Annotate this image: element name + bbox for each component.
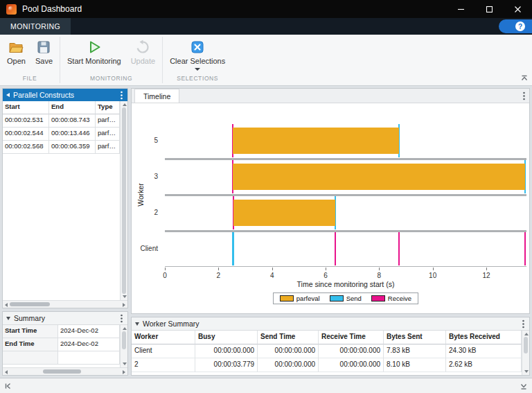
save-button-label: Save xyxy=(35,57,53,65)
close-button[interactable] xyxy=(504,0,532,18)
parallel-constructs-panel: Parallel Constructs Start End Type 00:00… xyxy=(2,88,128,308)
minimize-button[interactable] xyxy=(447,0,475,18)
panel-menu-button[interactable] xyxy=(119,91,124,100)
x-axis: 024681012 xyxy=(165,268,526,281)
start-monitoring-button[interactable]: Start Monitoring xyxy=(67,40,121,65)
table-cell[interactable]: 00:00:00.000 xyxy=(195,344,258,358)
parfeval-bar[interactable] xyxy=(233,128,399,154)
scroll-right-arrow[interactable] xyxy=(123,303,125,307)
vertical-scrollbar[interactable] xyxy=(120,325,127,367)
column-header-busy: Busy xyxy=(195,331,258,344)
table-cell[interactable]: 00:00:03.779 xyxy=(195,358,258,372)
x-tick-mark xyxy=(486,268,487,270)
help-button[interactable]: ? xyxy=(499,19,532,33)
chevron-down-bar-icon xyxy=(520,382,528,390)
tab-monitoring-label: MONITORING xyxy=(10,22,60,30)
vertical-scrollbar[interactable] xyxy=(522,331,529,375)
scroll-up-arrow[interactable] xyxy=(524,333,529,335)
legend-box: parfevalSendReceive xyxy=(273,292,418,304)
table-cell[interactable]: 00:00:00.000 xyxy=(258,358,319,372)
x-tick-label: 2 xyxy=(210,272,227,279)
panel-menu-button[interactable] xyxy=(522,91,526,101)
open-button[interactable]: Open xyxy=(7,40,26,65)
constructs-table: Start End Type 00:00:02.531 00:00:08.743… xyxy=(3,101,120,154)
open-folder-icon xyxy=(8,40,24,55)
main-content: Parallel Constructs Start End Type 00:00… xyxy=(0,86,532,378)
timeline-tab-bar: Timeline xyxy=(132,89,529,103)
kebab-icon xyxy=(522,320,524,329)
scrollbar-thumb[interactable] xyxy=(122,107,126,294)
collapse-left-panel-icon[interactable] xyxy=(4,382,12,390)
collapse-ribbon-button[interactable] xyxy=(520,75,529,83)
clear-selections-button[interactable]: Clear Selections xyxy=(170,40,225,71)
scroll-up-arrow[interactable] xyxy=(123,327,127,330)
collapse-panel-icon[interactable] xyxy=(6,317,10,320)
table-cell[interactable]: 00:00:02.568 xyxy=(3,141,49,154)
legend-label: parfeval xyxy=(296,295,320,302)
table-cell[interactable]: 00:00:02.531 xyxy=(3,114,49,128)
horizontal-scrollbar[interactable] xyxy=(3,367,127,375)
table-cell[interactable]: 24.30 kB xyxy=(446,344,522,358)
legend-swatch xyxy=(371,295,385,302)
y-tick-label: 5 xyxy=(132,123,158,159)
toolbar: Open Save FILE Start Monitoring xyxy=(0,35,532,86)
table-cell[interactable]: parfeval xyxy=(96,141,120,154)
start-play-icon xyxy=(87,40,102,55)
summary-row-label: Start Time xyxy=(3,325,58,338)
parallel-constructs-title: Parallel Constructs xyxy=(13,91,74,99)
y-tick-labels: 532Client xyxy=(132,123,162,267)
parfeval-bar[interactable] xyxy=(233,164,525,190)
tab-timeline[interactable]: Timeline xyxy=(134,89,179,103)
column-header-worker: Worker xyxy=(132,331,195,344)
parallel-constructs-header: Parallel Constructs xyxy=(3,89,127,101)
table-cell[interactable]: 00:00:08.743 xyxy=(49,114,96,128)
table-cell[interactable]: parfeval xyxy=(96,114,120,128)
table-cell[interactable]: 7.83 kB xyxy=(384,344,446,358)
table-cell[interactable]: 8.10 kB xyxy=(384,358,446,372)
parfeval-bar[interactable] xyxy=(233,200,335,226)
scroll-up-arrow[interactable] xyxy=(123,103,127,106)
scroll-right-arrow[interactable] xyxy=(123,370,125,374)
scroll-down-arrow[interactable] xyxy=(123,295,127,298)
scrollbar-thumb[interactable] xyxy=(122,331,126,349)
scrollbar-thumb[interactable] xyxy=(524,337,528,353)
table-cell[interactable]: 00:00:02.544 xyxy=(3,128,49,141)
table-cell[interactable]: 00:00:13.446 xyxy=(49,128,96,141)
collapse-panel-icon[interactable] xyxy=(135,322,139,326)
legend-item: parfeval xyxy=(280,295,320,302)
maximize-button[interactable] xyxy=(475,0,504,18)
column-header-send-time: Send Time xyxy=(258,331,319,344)
table-cell[interactable]: 00:00:00.000 xyxy=(319,344,384,358)
scroll-down-arrow[interactable] xyxy=(123,363,127,365)
collapse-panel-icon[interactable] xyxy=(6,93,10,97)
scroll-left-arrow[interactable] xyxy=(5,370,8,374)
table-cell[interactable]: 00:00:00.000 xyxy=(258,344,319,358)
x-tick-mark xyxy=(165,268,166,270)
collapse-bottom-panel-icon[interactable] xyxy=(520,382,528,390)
scrollbar-thumb[interactable] xyxy=(10,302,50,306)
x-tick-label: 0 xyxy=(157,272,173,279)
panel-menu-button[interactable] xyxy=(521,320,526,329)
x-tick-mark xyxy=(379,268,380,270)
window-controls xyxy=(447,0,532,18)
horizontal-scrollbar[interactable] xyxy=(3,300,127,308)
clear-selections-icon xyxy=(190,40,205,55)
panel-menu-button[interactable] xyxy=(119,314,124,323)
table-cell[interactable]: 2.62 kB xyxy=(446,358,522,372)
kebab-icon xyxy=(121,91,123,100)
vertical-scrollbar[interactable] xyxy=(120,101,127,300)
table-cell[interactable]: Client xyxy=(132,344,195,358)
save-button[interactable]: Save xyxy=(35,40,53,65)
update-button[interactable]: Update xyxy=(131,40,155,65)
scroll-down-arrow[interactable] xyxy=(524,370,529,373)
table-cell[interactable]: parfeval xyxy=(96,128,120,141)
table-cell[interactable]: 00:00:06.359 xyxy=(49,141,96,154)
tab-monitoring[interactable]: MONITORING xyxy=(0,18,71,35)
summary-row-value xyxy=(58,351,120,365)
title-bar: Pool Dashboard xyxy=(0,0,532,18)
table-cell[interactable]: 00:00:00.000 xyxy=(319,358,384,372)
scrollbar-thumb[interactable] xyxy=(43,369,81,374)
table-cell[interactable]: 2 xyxy=(132,358,195,372)
scroll-left-arrow[interactable] xyxy=(5,303,8,307)
y-tick-label: Client xyxy=(132,231,158,267)
